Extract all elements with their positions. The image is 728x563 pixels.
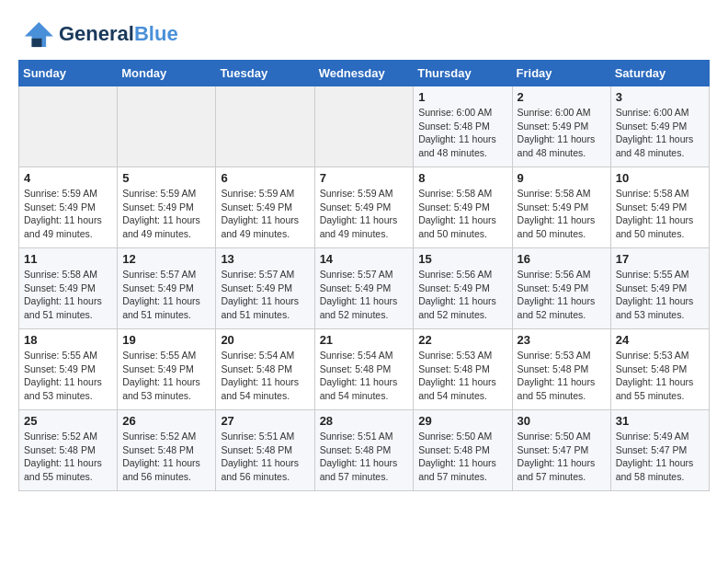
calendar-cell: 15Sunrise: 5:56 AM Sunset: 5:49 PM Dayli…	[414, 248, 512, 329]
day-number: 7	[320, 171, 409, 185]
calendar-cell: 13Sunrise: 5:57 AM Sunset: 5:49 PM Dayli…	[216, 248, 314, 329]
calendar-cell: 7Sunrise: 5:59 AM Sunset: 5:49 PM Daylig…	[314, 167, 414, 248]
calendar-cell: 16Sunrise: 5:56 AM Sunset: 5:49 PM Dayli…	[512, 248, 610, 329]
day-info: Sunrise: 5:51 AM Sunset: 5:48 PM Dayligh…	[320, 430, 409, 484]
day-info: Sunrise: 5:58 AM Sunset: 5:49 PM Dayligh…	[24, 268, 112, 322]
logo: GeneralBlue	[18, 18, 178, 51]
day-info: Sunrise: 5:50 AM Sunset: 5:47 PM Dayligh…	[518, 430, 606, 484]
weekday-header: Friday	[512, 61, 610, 86]
day-number: 14	[320, 252, 409, 266]
calendar-cell: 1Sunrise: 6:00 AM Sunset: 5:48 PM Daylig…	[414, 86, 512, 167]
calendar-table: SundayMondayTuesdayWednesdayThursdayFrid…	[18, 60, 710, 491]
day-number: 8	[418, 171, 506, 185]
calendar-week-row: 18Sunrise: 5:55 AM Sunset: 5:49 PM Dayli…	[19, 329, 710, 410]
logo-text: GeneralBlue	[59, 23, 178, 45]
day-info: Sunrise: 5:53 AM Sunset: 5:48 PM Dayligh…	[616, 349, 704, 403]
calendar-week-row: 1Sunrise: 6:00 AM Sunset: 5:48 PM Daylig…	[19, 86, 710, 167]
weekday-header: Tuesday	[216, 61, 314, 86]
day-number: 29	[418, 414, 506, 428]
calendar-week-row: 11Sunrise: 5:58 AM Sunset: 5:49 PM Dayli…	[19, 248, 710, 329]
calendar-cell: 10Sunrise: 5:58 AM Sunset: 5:49 PM Dayli…	[610, 167, 709, 248]
calendar-week-row: 25Sunrise: 5:52 AM Sunset: 5:48 PM Dayli…	[19, 410, 710, 491]
day-info: Sunrise: 6:00 AM Sunset: 5:48 PM Dayligh…	[418, 106, 506, 160]
day-info: Sunrise: 5:51 AM Sunset: 5:48 PM Dayligh…	[221, 430, 309, 484]
day-info: Sunrise: 5:55 AM Sunset: 5:49 PM Dayligh…	[616, 268, 704, 322]
day-number: 6	[221, 171, 309, 185]
day-number: 15	[418, 252, 506, 266]
calendar-cell: 9Sunrise: 5:58 AM Sunset: 5:49 PM Daylig…	[512, 167, 610, 248]
day-info: Sunrise: 6:00 AM Sunset: 5:49 PM Dayligh…	[616, 106, 704, 160]
day-number: 21	[320, 333, 409, 347]
day-number: 28	[320, 414, 409, 428]
day-info: Sunrise: 5:53 AM Sunset: 5:48 PM Dayligh…	[518, 349, 606, 403]
calendar-cell: 5Sunrise: 5:59 AM Sunset: 5:49 PM Daylig…	[118, 167, 216, 248]
day-info: Sunrise: 5:49 AM Sunset: 5:47 PM Dayligh…	[616, 430, 704, 484]
day-number: 10	[616, 171, 704, 185]
calendar-cell: 14Sunrise: 5:57 AM Sunset: 5:49 PM Dayli…	[314, 248, 414, 329]
calendar-cell: 24Sunrise: 5:53 AM Sunset: 5:48 PM Dayli…	[610, 329, 709, 410]
day-number: 13	[221, 252, 309, 266]
day-info: Sunrise: 5:59 AM Sunset: 5:49 PM Dayligh…	[24, 187, 112, 241]
day-info: Sunrise: 5:57 AM Sunset: 5:49 PM Dayligh…	[122, 268, 210, 322]
calendar-cell: 23Sunrise: 5:53 AM Sunset: 5:48 PM Dayli…	[512, 329, 610, 410]
calendar-cell: 19Sunrise: 5:55 AM Sunset: 5:49 PM Dayli…	[118, 329, 216, 410]
calendar-cell: 21Sunrise: 5:54 AM Sunset: 5:48 PM Dayli…	[314, 329, 414, 410]
day-info: Sunrise: 5:56 AM Sunset: 5:49 PM Dayligh…	[418, 268, 506, 322]
weekday-header: Monday	[118, 61, 216, 86]
day-info: Sunrise: 5:58 AM Sunset: 5:49 PM Dayligh…	[418, 187, 506, 241]
calendar-cell: 30Sunrise: 5:50 AM Sunset: 5:47 PM Dayli…	[512, 410, 610, 491]
day-number: 25	[24, 414, 112, 428]
day-number: 27	[221, 414, 309, 428]
day-number: 17	[616, 252, 704, 266]
calendar-week-row: 4Sunrise: 5:59 AM Sunset: 5:49 PM Daylig…	[19, 167, 710, 248]
day-number: 31	[616, 414, 704, 428]
page-header: GeneralBlue	[18, 18, 710, 51]
day-info: Sunrise: 5:52 AM Sunset: 5:48 PM Dayligh…	[122, 430, 210, 484]
day-info: Sunrise: 5:57 AM Sunset: 5:49 PM Dayligh…	[320, 268, 409, 322]
day-number: 2	[518, 90, 606, 104]
day-info: Sunrise: 5:56 AM Sunset: 5:49 PM Dayligh…	[518, 268, 606, 322]
svg-rect-2	[32, 39, 42, 47]
calendar-cell	[314, 86, 414, 167]
calendar-cell: 22Sunrise: 5:53 AM Sunset: 5:48 PM Dayli…	[414, 329, 512, 410]
calendar-cell: 29Sunrise: 5:50 AM Sunset: 5:48 PM Dayli…	[414, 410, 512, 491]
day-info: Sunrise: 5:57 AM Sunset: 5:49 PM Dayligh…	[221, 268, 309, 322]
day-number: 1	[418, 90, 506, 104]
day-number: 26	[122, 414, 210, 428]
weekday-header: Saturday	[610, 61, 709, 86]
day-info: Sunrise: 5:55 AM Sunset: 5:49 PM Dayligh…	[122, 349, 210, 403]
day-info: Sunrise: 5:52 AM Sunset: 5:48 PM Dayligh…	[24, 430, 112, 484]
day-number: 23	[518, 333, 606, 347]
weekday-header-row: SundayMondayTuesdayWednesdayThursdayFrid…	[19, 61, 710, 86]
day-info: Sunrise: 5:50 AM Sunset: 5:48 PM Dayligh…	[418, 430, 506, 484]
calendar-cell: 6Sunrise: 5:59 AM Sunset: 5:49 PM Daylig…	[216, 167, 314, 248]
day-number: 5	[122, 171, 210, 185]
calendar-cell: 4Sunrise: 5:59 AM Sunset: 5:49 PM Daylig…	[19, 167, 118, 248]
calendar-cell	[19, 86, 118, 167]
day-number: 30	[518, 414, 606, 428]
day-info: Sunrise: 5:54 AM Sunset: 5:48 PM Dayligh…	[320, 349, 409, 403]
calendar-cell	[216, 86, 314, 167]
day-number: 9	[518, 171, 606, 185]
calendar-cell: 17Sunrise: 5:55 AM Sunset: 5:49 PM Dayli…	[610, 248, 709, 329]
weekday-header: Thursday	[414, 61, 512, 86]
day-number: 19	[122, 333, 210, 347]
day-number: 12	[122, 252, 210, 266]
weekday-header: Sunday	[19, 61, 118, 86]
day-number: 3	[616, 90, 704, 104]
calendar-cell: 31Sunrise: 5:49 AM Sunset: 5:47 PM Dayli…	[610, 410, 709, 491]
calendar-cell: 20Sunrise: 5:54 AM Sunset: 5:48 PM Dayli…	[216, 329, 314, 410]
day-info: Sunrise: 6:00 AM Sunset: 5:49 PM Dayligh…	[518, 106, 606, 160]
day-info: Sunrise: 5:59 AM Sunset: 5:49 PM Dayligh…	[320, 187, 409, 241]
calendar-cell: 18Sunrise: 5:55 AM Sunset: 5:49 PM Dayli…	[19, 329, 118, 410]
calendar-cell: 26Sunrise: 5:52 AM Sunset: 5:48 PM Dayli…	[118, 410, 216, 491]
weekday-header: Wednesday	[314, 61, 414, 86]
logo-icon	[18, 18, 55, 51]
day-number: 24	[616, 333, 704, 347]
calendar-cell: 25Sunrise: 5:52 AM Sunset: 5:48 PM Dayli…	[19, 410, 118, 491]
calendar-cell: 11Sunrise: 5:58 AM Sunset: 5:49 PM Dayli…	[19, 248, 118, 329]
calendar-cell: 27Sunrise: 5:51 AM Sunset: 5:48 PM Dayli…	[216, 410, 314, 491]
day-info: Sunrise: 5:55 AM Sunset: 5:49 PM Dayligh…	[24, 349, 112, 403]
calendar-cell: 8Sunrise: 5:58 AM Sunset: 5:49 PM Daylig…	[414, 167, 512, 248]
day-number: 11	[24, 252, 112, 266]
